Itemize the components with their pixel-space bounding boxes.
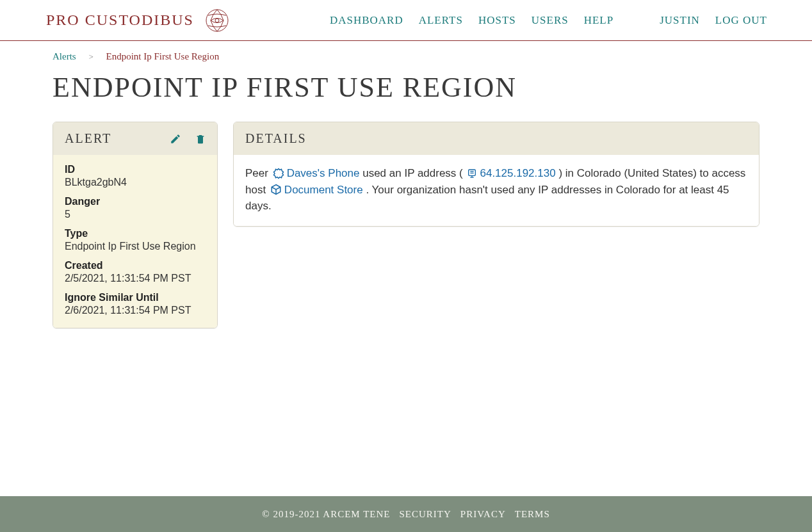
content: Alerts > Endpoint Ip First Use Region EN… [0,41,812,496]
details-card-body: Peer Daves's Phone used an IP address ( … [234,155,759,226]
footer-copyright: © 2019-2021 ARCEM TENE [262,509,390,520]
details-text-2: used an IP address ( [362,167,466,179]
brand-name: PRO CUSTODIBUS [46,12,194,29]
peer-link[interactable]: Daves's Phone [287,167,360,179]
nav-hosts[interactable]: HOSTS [478,14,516,27]
peer-icon [273,168,284,179]
alert-card-body: ID BLktga2gbN4 Danger 5 Type Endpoint Ip… [53,155,217,328]
footer-terms[interactable]: TERMS [515,509,550,520]
field-created: Created 2/5/2021, 11:31:54 PM PST [65,260,206,284]
svg-point-0 [206,10,228,31]
field-ignore-label: Ignore Similar Until [65,292,206,303]
field-type: Type Endpoint Ip First Use Region [65,228,206,252]
top-nav: DASHBOARD ALERTS HOSTS USERS HELP JUSTIN… [330,14,767,27]
field-id: ID BLktga2gbN4 [65,164,206,188]
brand[interactable]: PRO CUSTODIBUS [46,6,231,35]
nav-username[interactable]: JUSTIN [660,14,700,27]
alert-card-actions [170,133,206,145]
field-created-value: 2/5/2021, 11:31:54 PM PST [65,273,206,284]
details-text-1: Peer [245,167,272,179]
field-ignore: Ignore Similar Until 2/6/2021, 11:31:54 … [65,292,206,316]
edit-icon[interactable] [170,133,181,145]
field-ignore-value: 2/6/2021, 11:31:54 PM PST [65,305,206,316]
nav-help[interactable]: HELP [584,14,614,27]
field-type-label: Type [65,228,206,239]
footer: © 2019-2021 ARCEM TENE SECURITY PRIVACY … [0,496,812,532]
breadcrumb-alerts[interactable]: Alerts [53,51,76,61]
alert-card-title: ALERT [65,131,111,146]
page-title: ENDPOINT IP FIRST USE REGION [53,71,759,104]
details-card-header: DETAILS [234,122,759,155]
nav-alerts[interactable]: ALERTS [419,14,463,27]
breadcrumb-separator: > [88,52,93,61]
topbar: PRO CUSTODIBUS DASHBOARD ALERTS HOSTS US… [0,0,812,41]
details-card: DETAILS Peer Daves's Phone used an IP ad… [233,122,759,227]
alert-card: ALERT ID BLkt [53,122,218,328]
field-id-label: ID [65,164,206,175]
field-id-value: BLktga2gbN4 [65,177,206,188]
delete-icon[interactable] [195,133,206,145]
nav-dashboard[interactable]: DASHBOARD [330,14,403,27]
footer-security[interactable]: SECURITY [399,509,451,520]
ip-link[interactable]: 64.125.192.130 [480,167,555,179]
host-link[interactable]: Document Store [284,184,363,196]
server-icon [467,168,477,179]
field-danger-label: Danger [65,196,206,207]
field-danger: Danger 5 [65,196,206,220]
field-danger-value: 5 [65,209,206,220]
details-card-title: DETAILS [245,131,307,146]
footer-privacy[interactable]: PRIVACY [460,509,506,520]
breadcrumb: Alerts > Endpoint Ip First Use Region [53,51,759,62]
brand-emblem-icon [203,6,231,35]
nav-users[interactable]: USERS [532,14,569,27]
box-icon [270,184,282,195]
svg-point-1 [215,19,219,22]
breadcrumb-current: Endpoint Ip First Use Region [106,51,220,61]
field-created-label: Created [65,260,206,271]
nav-logout[interactable]: LOG OUT [715,14,767,27]
alert-card-header: ALERT [53,122,217,155]
field-type-value: Endpoint Ip First Use Region [65,241,206,252]
